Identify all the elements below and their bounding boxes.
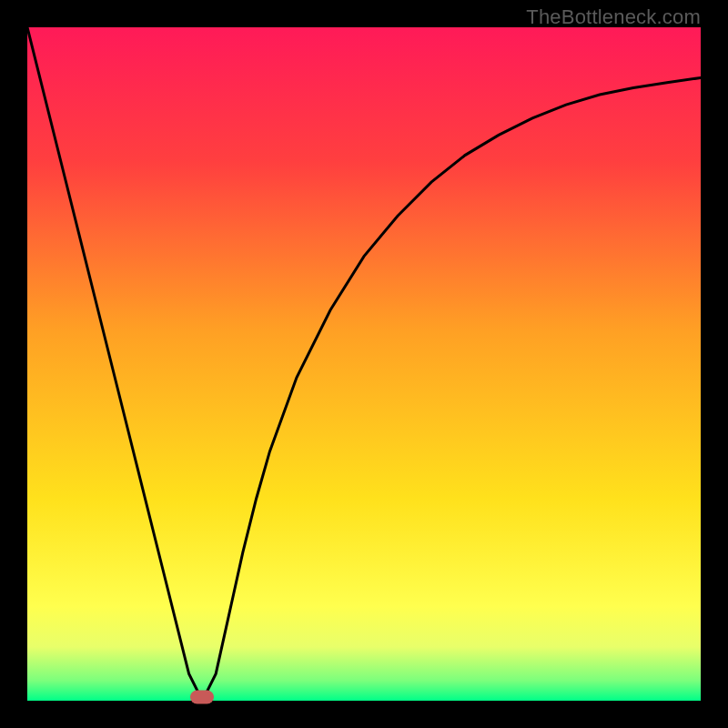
watermark-text: TheBottleneck.com xyxy=(526,5,701,29)
optimal-point-marker xyxy=(190,691,214,704)
chart-frame xyxy=(27,27,701,701)
bottleneck-chart xyxy=(27,27,701,701)
gradient-background xyxy=(27,27,701,701)
